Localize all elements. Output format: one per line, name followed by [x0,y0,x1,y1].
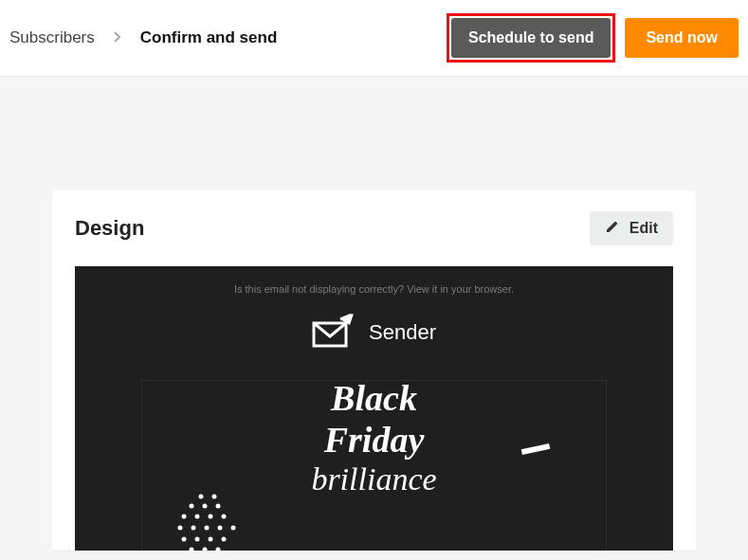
svg-point-16 [182,537,187,542]
svg-point-19 [222,537,227,542]
svg-point-12 [192,526,196,531]
brand-logo-row: Sender [75,314,673,352]
svg-point-18 [209,537,213,542]
svg-point-4 [190,504,194,509]
main-content: Design Edit Is this email not displaying… [0,77,748,551]
edit-label: Edit [629,220,658,237]
svg-point-15 [231,526,236,531]
design-title: Design [75,216,144,241]
svg-point-13 [205,526,210,531]
dots-decoration [174,490,241,551]
svg-point-22 [216,548,221,551]
preview-top-text: Is this email not displaying correctly? … [75,266,673,304]
design-card: Design Edit Is this email not displaying… [52,190,696,551]
hero-line1: Black [75,378,673,420]
pencil-icon [605,219,620,238]
schedule-button[interactable]: Schedule to send [451,18,611,58]
chevron-right-icon [114,30,121,45]
send-now-button[interactable]: Send now [625,18,739,58]
hero-line3: brilliance [75,461,673,497]
svg-point-7 [182,515,187,519]
svg-point-10 [222,515,227,519]
svg-point-9 [209,515,213,519]
edit-button[interactable]: Edit [590,211,673,245]
hero-line2: Friday [75,420,673,461]
breadcrumb-current: Confirm and send [140,28,278,47]
svg-point-8 [195,515,200,519]
svg-point-11 [178,526,183,531]
brand-name: Sender [369,320,436,345]
envelope-icon [312,314,356,352]
svg-point-14 [218,526,223,531]
schedule-highlight: Schedule to send [447,13,615,63]
svg-point-21 [203,548,208,551]
email-preview: Is this email not displaying correctly? … [75,266,673,551]
svg-point-3 [212,495,217,499]
svg-point-17 [195,537,200,542]
breadcrumb-subscribers[interactable]: Subscribers [9,28,95,47]
hero-text: Black Friday brilliance [75,378,673,497]
svg-point-20 [190,548,194,551]
svg-point-6 [216,504,221,509]
svg-point-5 [203,504,208,509]
svg-point-2 [199,495,204,499]
header-actions: Schedule to send Send now [447,13,739,63]
page-header: Subscribers Confirm and send Schedule to… [0,0,748,77]
card-header: Design Edit [75,211,673,245]
breadcrumb: Subscribers Confirm and send [9,28,277,47]
